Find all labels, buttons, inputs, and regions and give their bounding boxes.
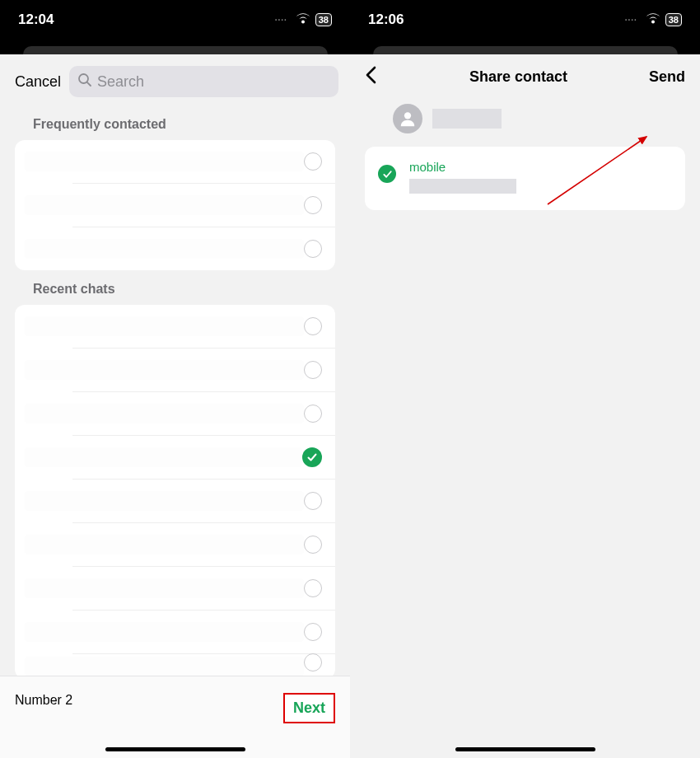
radio-icon[interactable] — [304, 653, 322, 671]
list-item[interactable] — [15, 436, 335, 479]
list-item[interactable] — [15, 305, 335, 348]
phone-number-redacted — [409, 179, 516, 194]
nav-bar: Share contact Send — [350, 54, 700, 99]
cellular-dots-icon: ···· — [625, 16, 637, 25]
radio-icon[interactable] — [304, 492, 322, 510]
radio-icon[interactable] — [304, 536, 322, 554]
list-item[interactable] — [15, 480, 335, 522]
next-button[interactable]: Next — [283, 693, 335, 723]
phone-type-label: mobile — [409, 160, 516, 174]
radio-icon[interactable] — [304, 152, 322, 171]
annotation-arrow-icon — [539, 133, 638, 208]
list-item[interactable] — [15, 227, 335, 270]
status-time: 12:04 — [18, 12, 54, 28]
svg-line-3 — [548, 137, 646, 204]
bottom-bar: Number 2 Next — [0, 676, 350, 758]
home-indicator-icon[interactable] — [105, 747, 245, 751]
frequent-list — [15, 140, 335, 270]
contact-picker-sheet: Cancel Search Frequently contacted — [0, 54, 350, 758]
avatar-icon — [393, 104, 422, 133]
page-title: Share contact — [469, 68, 567, 86]
list-item[interactable] — [15, 349, 335, 391]
status-time: 12:06 — [368, 12, 404, 28]
phone-screen-1: 12:04 ···· 38 Cancel Search Frequently c… — [0, 0, 350, 758]
home-indicator-icon[interactable] — [455, 747, 595, 751]
svg-point-2 — [404, 112, 411, 119]
radio-icon[interactable] — [304, 579, 322, 597]
wifi-icon — [296, 12, 310, 28]
selected-count: Number 2 — [15, 693, 72, 708]
svg-line-1 — [87, 82, 91, 85]
list-item[interactable] — [15, 567, 335, 610]
section-recent-label: Recent chats — [0, 270, 350, 305]
radio-icon[interactable] — [304, 361, 322, 379]
send-button[interactable]: Send — [649, 68, 685, 86]
radio-checked-icon[interactable] — [302, 447, 322, 467]
checkbox-checked-icon[interactable] — [378, 165, 396, 183]
share-contact-screen: Share contact Send mobile — [350, 54, 700, 758]
phone-screen-2: 12:06 ···· 38 Share contact Send — [350, 0, 700, 758]
recent-list — [15, 305, 335, 679]
search-icon — [77, 73, 92, 91]
cellular-dots-icon: ···· — [275, 16, 287, 25]
wifi-icon — [646, 12, 660, 28]
contact-name-redacted — [432, 109, 502, 129]
search-placeholder: Search — [97, 73, 144, 91]
radio-icon[interactable] — [304, 623, 322, 641]
contact-header — [350, 99, 700, 147]
status-bar: 12:04 ···· 38 — [0, 0, 350, 40]
list-item[interactable] — [15, 611, 335, 653]
search-input[interactable]: Search — [69, 66, 338, 97]
list-item[interactable] — [15, 523, 335, 566]
cancel-button[interactable]: Cancel — [15, 73, 61, 91]
list-item[interactable] — [15, 184, 335, 227]
battery-icon: 38 — [665, 13, 682, 26]
list-item[interactable] — [15, 140, 335, 183]
radio-icon[interactable] — [304, 405, 322, 423]
section-frequent-label: Frequently contacted — [0, 105, 350, 140]
radio-icon[interactable] — [304, 240, 322, 258]
radio-icon[interactable] — [304, 196, 322, 214]
back-button[interactable] — [365, 66, 388, 87]
status-bar: 12:06 ···· 38 — [350, 0, 700, 40]
radio-icon[interactable] — [304, 317, 322, 335]
list-item[interactable] — [15, 392, 335, 435]
battery-icon: 38 — [315, 13, 332, 26]
